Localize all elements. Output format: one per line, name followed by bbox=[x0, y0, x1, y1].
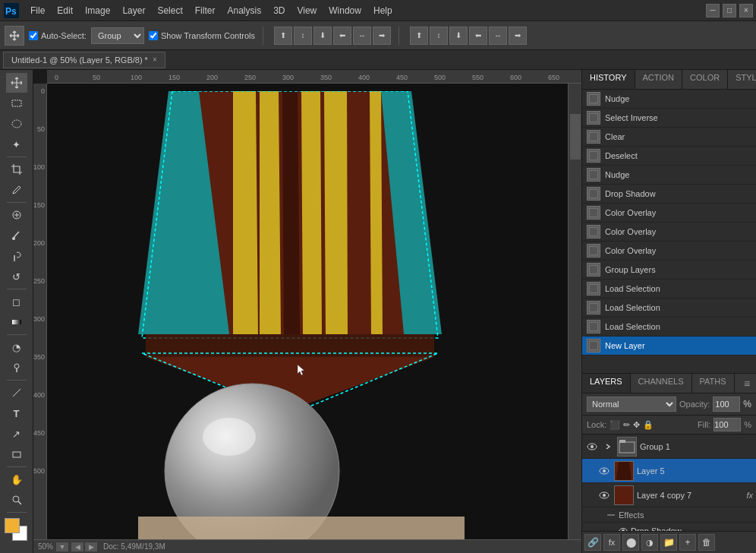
layers-panel-menu[interactable]: ≡ bbox=[738, 374, 756, 393]
close-button[interactable]: × bbox=[739, 4, 753, 17]
canvas-area[interactable]: 0 50 100 150 200 250 300 350 400 450 500… bbox=[33, 70, 581, 553]
add-mask-btn[interactable]: ⬤ bbox=[622, 534, 639, 551]
tool-shape[interactable] bbox=[6, 444, 27, 464]
history-item[interactable]: Group Layers bbox=[582, 261, 756, 280]
foreground-color[interactable] bbox=[5, 518, 20, 533]
align-vert-center[interactable]: ↕ bbox=[294, 27, 312, 45]
history-item[interactable]: Load Selection bbox=[582, 299, 756, 318]
dist-bottom[interactable]: ⬇ bbox=[449, 27, 468, 45]
dist-vert[interactable]: ↕ bbox=[430, 27, 448, 45]
tab-history[interactable]: HISTORY bbox=[582, 70, 635, 89]
tool-eyedropper[interactable] bbox=[6, 180, 27, 200]
tool-hand[interactable]: ✋ bbox=[6, 469, 27, 489]
tab-close[interactable]: × bbox=[153, 55, 157, 64]
tool-path-select[interactable]: ↗ bbox=[6, 424, 27, 444]
history-item[interactable]: Color Overlay bbox=[582, 223, 756, 242]
tab-channels[interactable]: CHANNELS bbox=[631, 374, 692, 393]
tool-history-brush[interactable]: ↺ bbox=[6, 267, 27, 286]
history-item[interactable]: Select Inverse bbox=[582, 109, 756, 128]
layer-link-btn[interactable]: 🔗 bbox=[584, 534, 601, 551]
show-transform-checkbox[interactable] bbox=[149, 31, 158, 40]
tool-dodge[interactable] bbox=[6, 358, 27, 378]
layer-4copy7[interactable]: Layer 4 copy 7 fx bbox=[582, 483, 756, 507]
menu-select[interactable]: Select bbox=[151, 2, 188, 19]
layer4copy7-fx[interactable]: fx bbox=[746, 491, 753, 500]
history-item[interactable]: New Layer bbox=[582, 337, 756, 356]
zoom-nav-next[interactable]: ▶ bbox=[85, 542, 97, 551]
zoom-toggle[interactable]: ▼ bbox=[56, 542, 68, 551]
new-layer-btn[interactable]: + bbox=[679, 534, 696, 551]
delete-layer-btn[interactable]: 🗑 bbox=[698, 534, 715, 551]
history-item[interactable]: Clear bbox=[582, 128, 756, 147]
menu-analysis[interactable]: Analysis bbox=[221, 2, 267, 19]
align-left[interactable]: ⬅ bbox=[333, 27, 351, 45]
tool-marquee[interactable] bbox=[6, 93, 27, 113]
menu-window[interactable]: Window bbox=[323, 2, 367, 19]
lock-pixels-icon[interactable]: ⬛ bbox=[610, 420, 620, 430]
tool-type[interactable]: T bbox=[6, 403, 27, 423]
history-item[interactable]: Deselect bbox=[582, 147, 756, 166]
history-item[interactable]: Nudge bbox=[582, 90, 756, 109]
tab-paths[interactable]: PATHS bbox=[692, 374, 735, 393]
tab-color[interactable]: COLOR bbox=[682, 70, 728, 89]
new-group-btn[interactable]: 📁 bbox=[660, 534, 677, 551]
layer-group1[interactable]: Group 1 bbox=[582, 434, 756, 459]
zoom-nav-prev[interactable]: ◀ bbox=[71, 542, 83, 551]
dist-left[interactable]: ⬅ bbox=[469, 27, 487, 45]
align-right[interactable]: ➡ bbox=[373, 27, 391, 45]
tool-pen[interactable] bbox=[6, 383, 27, 403]
fill-input[interactable] bbox=[713, 418, 741, 431]
dist-horiz[interactable]: ↔ bbox=[489, 27, 507, 45]
layer-vis-5[interactable] bbox=[597, 464, 611, 478]
tool-magic-wand[interactable]: ✦ bbox=[6, 134, 27, 154]
lock-paint-icon[interactable]: ✏ bbox=[623, 420, 630, 430]
menu-file[interactable]: File bbox=[24, 2, 51, 19]
history-item[interactable]: Load Selection bbox=[582, 318, 756, 337]
layer-vis-4copy7[interactable] bbox=[597, 488, 611, 502]
tool-healing[interactable] bbox=[6, 205, 27, 225]
history-item[interactable]: Drop Shadow bbox=[582, 185, 756, 204]
opacity-input[interactable] bbox=[713, 397, 740, 412]
auto-select-dropdown[interactable]: Group bbox=[91, 27, 144, 44]
tab-styles[interactable]: STYLES bbox=[728, 70, 756, 89]
dist-top[interactable]: ⬆ bbox=[410, 27, 428, 45]
history-item[interactable]: Color Overlay bbox=[582, 204, 756, 223]
menu-help[interactable]: Help bbox=[367, 2, 398, 19]
scrollbar-v-thumb[interactable] bbox=[570, 114, 581, 160]
layer-vis-group1[interactable] bbox=[585, 440, 599, 453]
align-bottom[interactable]: ⬇ bbox=[313, 27, 332, 45]
tool-eraser[interactable]: ◻ bbox=[6, 292, 27, 311]
lock-position-icon[interactable]: ✥ bbox=[633, 420, 640, 430]
add-adjustment-btn[interactable]: ◑ bbox=[641, 534, 658, 551]
tool-crop[interactable] bbox=[6, 160, 27, 179]
scrollbar-vertical[interactable] bbox=[568, 84, 581, 539]
tool-lasso[interactable] bbox=[6, 114, 27, 134]
dist-right[interactable]: ➡ bbox=[509, 27, 527, 45]
align-top[interactable]: ⬆ bbox=[274, 27, 292, 45]
minimize-button[interactable]: ─ bbox=[706, 4, 720, 17]
effect-drop-shadow[interactable]: Drop Shadow bbox=[582, 523, 756, 531]
lock-all-icon[interactable]: 🔒 bbox=[643, 420, 654, 430]
menu-filter[interactable]: Filter bbox=[189, 2, 222, 19]
history-item[interactable]: Load Selection bbox=[582, 280, 756, 299]
history-item[interactable]: Nudge bbox=[582, 166, 756, 185]
tool-zoom[interactable] bbox=[6, 490, 27, 510]
group-expand-arrow[interactable] bbox=[602, 441, 614, 453]
tool-brush[interactable] bbox=[6, 226, 27, 245]
tab-action[interactable]: ACTION bbox=[635, 70, 683, 89]
document-tab[interactable]: Untitled-1 @ 50% (Layer 5, RGB/8) * × bbox=[3, 52, 165, 68]
auto-select-checkbox[interactable] bbox=[29, 31, 38, 40]
align-horiz-center[interactable]: ↔ bbox=[353, 27, 371, 45]
layer-5[interactable]: Layer 5 bbox=[582, 459, 756, 483]
tool-gradient[interactable] bbox=[6, 312, 27, 332]
maximize-button[interactable]: □ bbox=[723, 4, 736, 17]
menu-layer[interactable]: Layer bbox=[116, 2, 151, 19]
add-style-btn[interactable]: fx bbox=[603, 534, 620, 551]
menu-edit[interactable]: Edit bbox=[51, 2, 79, 19]
tool-blur[interactable]: ◔ bbox=[6, 337, 27, 357]
menu-image[interactable]: Image bbox=[79, 2, 116, 19]
tool-move[interactable] bbox=[6, 73, 27, 93]
tool-stamp[interactable] bbox=[6, 246, 27, 266]
history-item[interactable]: Color Overlay bbox=[582, 242, 756, 261]
tab-layers[interactable]: LAYERS bbox=[582, 374, 631, 393]
